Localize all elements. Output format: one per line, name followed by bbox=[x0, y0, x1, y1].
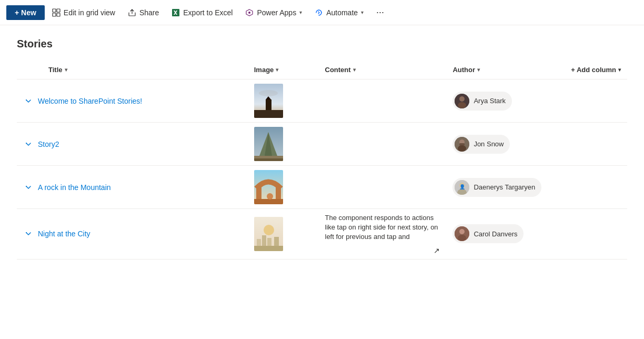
new-button[interactable]: + New bbox=[6, 5, 45, 20]
author-chip[interactable]: Arya Stark bbox=[452, 92, 512, 111]
table-row: Story2 Jon Snow bbox=[17, 123, 627, 166]
svg-point-31 bbox=[267, 193, 273, 200]
more-button[interactable]: ··· bbox=[371, 5, 389, 20]
expand-content-icon[interactable]: ↗ bbox=[434, 246, 440, 255]
svg-rect-2 bbox=[53, 13, 56, 16]
add-column-button[interactable]: + Add column ▾ bbox=[571, 66, 621, 74]
add-col-chevron-icon: ▾ bbox=[618, 67, 621, 73]
share-icon bbox=[128, 8, 136, 17]
author-cell: Jon Snow bbox=[446, 123, 565, 166]
svg-rect-12 bbox=[254, 110, 283, 118]
author-chip[interactable]: Jon Snow bbox=[452, 135, 510, 154]
author-cell: Carol Danvers bbox=[446, 209, 565, 260]
export-button[interactable]: Export to Excel bbox=[166, 5, 238, 20]
add-col-cell bbox=[565, 209, 627, 260]
grid-icon bbox=[52, 8, 61, 17]
content-cell bbox=[319, 166, 447, 209]
avatar bbox=[455, 94, 469, 108]
svg-rect-43 bbox=[254, 246, 283, 251]
row-expander-icon[interactable] bbox=[23, 228, 34, 239]
content-sort-icon: ▾ bbox=[353, 67, 356, 73]
edit-grid-button[interactable]: Edit in grid view bbox=[47, 5, 120, 20]
svg-rect-30 bbox=[254, 199, 283, 204]
author-cell: Arya Stark bbox=[446, 79, 565, 123]
author-sort-icon: ▾ bbox=[477, 67, 480, 73]
add-col-cell bbox=[565, 123, 627, 166]
svg-point-9 bbox=[259, 90, 278, 96]
export-label: Export to Excel bbox=[183, 8, 233, 17]
avatar bbox=[455, 226, 469, 241]
page-content: Stories Title ▾ Image ▾ bbox=[0, 25, 644, 260]
svg-point-26 bbox=[26, 186, 27, 187]
row-title[interactable]: Story2 bbox=[38, 140, 59, 148]
image-cell bbox=[248, 209, 319, 260]
thumbnail bbox=[254, 170, 283, 204]
svg-point-25 bbox=[458, 145, 466, 152]
add-col-cell bbox=[565, 166, 627, 209]
image-cell bbox=[248, 166, 319, 209]
row-title[interactable]: Welcome to SharePoint Stories! bbox=[38, 97, 142, 105]
author-chip[interactable]: Carol Danvers bbox=[452, 224, 524, 243]
author-name: Daenerys Targaryen bbox=[474, 183, 535, 191]
row-expander-icon[interactable] bbox=[23, 139, 34, 149]
table-row: Night at the City The component respo bbox=[17, 209, 627, 260]
svg-rect-3 bbox=[57, 13, 60, 16]
automate-icon bbox=[315, 8, 323, 17]
thumbnail bbox=[254, 127, 283, 161]
add-col-cell bbox=[565, 79, 627, 123]
svg-rect-21 bbox=[254, 158, 283, 161]
col-header-add[interactable]: + Add column ▾ bbox=[565, 61, 627, 79]
power-apps-chevron-icon: ▾ bbox=[299, 9, 302, 15]
toolbar: + New Edit in grid view Share bbox=[0, 0, 644, 25]
svg-point-36 bbox=[26, 232, 27, 233]
power-apps-button[interactable]: Power Apps ▾ bbox=[240, 5, 307, 20]
page-title: Stories bbox=[17, 38, 627, 50]
thumbnail bbox=[254, 84, 283, 118]
share-label: Share bbox=[139, 8, 159, 17]
share-button[interactable]: Share bbox=[123, 5, 164, 20]
author-name: Carol Danvers bbox=[474, 230, 517, 238]
col-header-image[interactable]: Image ▾ bbox=[248, 61, 319, 79]
thumbnail bbox=[254, 217, 283, 251]
row-expander-icon[interactable] bbox=[23, 182, 34, 193]
svg-rect-1 bbox=[57, 9, 60, 12]
svg-text:👤: 👤 bbox=[459, 184, 466, 190]
table-header-row: Title ▾ Image ▾ Content ▾ bbox=[17, 61, 627, 79]
image-sort-icon: ▾ bbox=[276, 67, 278, 73]
avatar: 👤 bbox=[455, 180, 469, 195]
author-chip[interactable]: 👤 Daenerys Targaryen bbox=[452, 178, 541, 197]
title-cell: Story2 bbox=[17, 123, 248, 166]
content-cell bbox=[319, 79, 447, 123]
content-cell: The component responds to actions like t… bbox=[319, 209, 447, 260]
col-header-title[interactable]: Title ▾ bbox=[17, 61, 248, 79]
row-title[interactable]: A rock in the Mountain bbox=[38, 183, 111, 192]
title-cell: A rock in the Mountain bbox=[17, 166, 248, 209]
table-row: Welcome to SharePoint Stories! A bbox=[17, 79, 627, 123]
svg-rect-0 bbox=[53, 9, 56, 12]
svg-point-45 bbox=[459, 229, 465, 234]
automate-chevron-icon: ▾ bbox=[361, 9, 364, 15]
author-name: Arya Stark bbox=[474, 97, 506, 105]
col-header-author[interactable]: Author ▾ bbox=[446, 61, 565, 79]
col-header-content[interactable]: Content ▾ bbox=[319, 61, 447, 79]
row-title[interactable]: Night at the City bbox=[38, 230, 90, 238]
automate-button[interactable]: Automate ▾ bbox=[309, 5, 369, 20]
content-cell bbox=[319, 123, 447, 166]
image-cell bbox=[248, 79, 319, 123]
excel-icon bbox=[172, 8, 180, 17]
title-cell: Night at the City bbox=[17, 209, 248, 260]
power-apps-icon bbox=[245, 8, 254, 17]
edit-grid-label: Edit in grid view bbox=[64, 8, 115, 17]
row-expander-icon[interactable] bbox=[23, 96, 34, 106]
image-cell bbox=[248, 123, 319, 166]
svg-point-6 bbox=[248, 12, 250, 14]
svg-point-16 bbox=[26, 143, 27, 144]
svg-point-14 bbox=[459, 96, 465, 102]
author-cell: 👤 Daenerys Targaryen bbox=[446, 166, 565, 209]
svg-point-46 bbox=[458, 235, 466, 241]
content-text: The component responds to actions like t… bbox=[325, 213, 440, 242]
author-name: Jon Snow bbox=[474, 140, 504, 148]
table-row: A rock in the Mountain 👤 Daen bbox=[17, 166, 627, 209]
title-cell: Welcome to SharePoint Stories! bbox=[17, 79, 248, 123]
automate-label: Automate bbox=[326, 8, 358, 17]
